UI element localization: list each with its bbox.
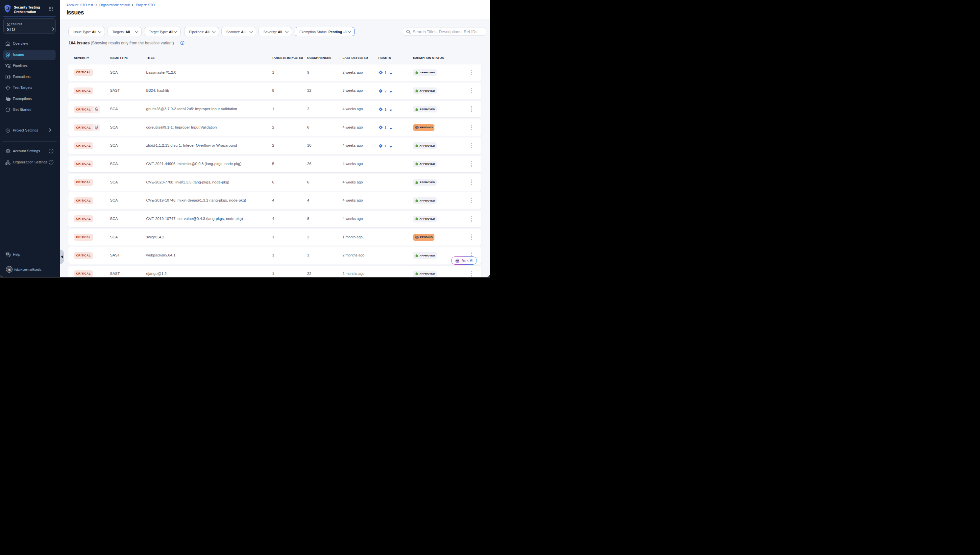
svg-text:?: ?	[7, 253, 8, 255]
